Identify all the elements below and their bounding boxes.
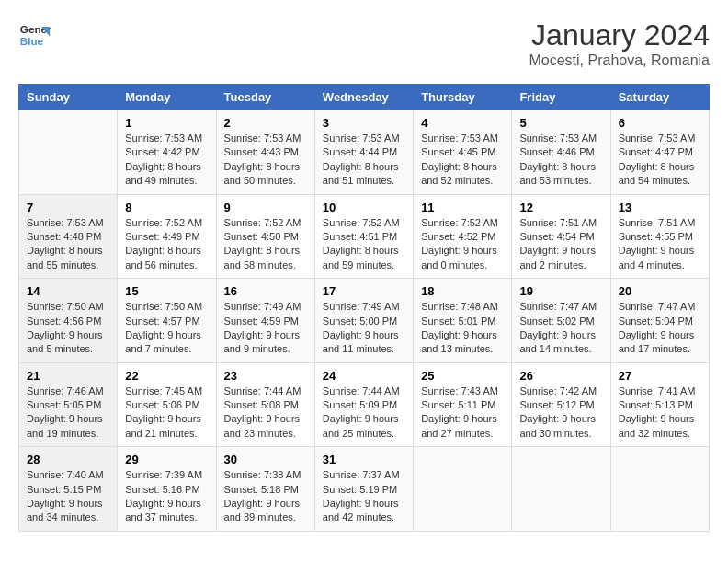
day-cell: 5Sunrise: 7:53 AMSunset: 4:46 PMDaylight… — [512, 110, 610, 195]
day-info: Sunrise: 7:46 AMSunset: 5:05 PMDaylight:… — [27, 385, 109, 442]
day-number: 23 — [224, 369, 307, 383]
day-number: 11 — [421, 201, 504, 214]
day-number: 10 — [323, 201, 405, 214]
day-number: 25 — [421, 369, 504, 383]
day-number: 14 — [27, 284, 109, 298]
day-cell: 3Sunrise: 7:53 AMSunset: 4:44 PMDaylight… — [314, 110, 413, 195]
day-info: Sunrise: 7:44 AMSunset: 5:08 PMDaylight:… — [224, 385, 307, 442]
day-number: 3 — [323, 116, 405, 130]
day-cell: 21Sunrise: 7:46 AMSunset: 5:05 PMDayligh… — [19, 362, 118, 447]
day-info: Sunrise: 7:52 AMSunset: 4:50 PMDaylight:… — [224, 216, 307, 273]
day-cell: 17Sunrise: 7:49 AMSunset: 5:00 PMDayligh… — [314, 279, 413, 363]
day-info: Sunrise: 7:50 AMSunset: 4:56 PMDaylight:… — [27, 300, 109, 357]
day-number: 26 — [519, 369, 602, 383]
day-cell: 23Sunrise: 7:44 AMSunset: 5:08 PMDayligh… — [216, 362, 314, 447]
day-number: 30 — [224, 453, 307, 466]
day-cell: 18Sunrise: 7:48 AMSunset: 5:01 PMDayligh… — [414, 279, 512, 363]
day-info: Sunrise: 7:51 AMSunset: 4:55 PMDaylight:… — [619, 216, 701, 273]
day-number: 17 — [323, 284, 405, 298]
col-header-thursday: Thursday — [414, 85, 512, 110]
day-number: 19 — [519, 284, 602, 298]
day-cell: 12Sunrise: 7:51 AMSunset: 4:54 PMDayligh… — [512, 194, 610, 279]
day-info: Sunrise: 7:43 AMSunset: 5:11 PMDaylight:… — [421, 385, 504, 442]
day-info: Sunrise: 7:40 AMSunset: 5:15 PMDaylight:… — [27, 468, 109, 525]
day-number: 2 — [224, 116, 307, 130]
day-cell: 28Sunrise: 7:40 AMSunset: 5:15 PMDayligh… — [19, 447, 118, 532]
day-cell — [19, 110, 118, 195]
day-cell: 9Sunrise: 7:52 AMSunset: 4:50 PMDaylight… — [216, 194, 314, 279]
day-info: Sunrise: 7:50 AMSunset: 4:57 PMDaylight:… — [125, 300, 208, 357]
day-number: 31 — [323, 453, 405, 466]
day-number: 8 — [125, 201, 208, 214]
day-info: Sunrise: 7:51 AMSunset: 4:54 PMDaylight:… — [519, 216, 602, 273]
day-cell: 22Sunrise: 7:45 AMSunset: 5:06 PMDayligh… — [118, 362, 216, 447]
page-header: General Blue January 2024 Mocesti, Praho… — [18, 18, 710, 69]
day-info: Sunrise: 7:49 AMSunset: 4:59 PMDaylight:… — [224, 300, 307, 357]
day-number: 15 — [125, 284, 208, 298]
logo: General Blue — [18, 18, 51, 52]
day-info: Sunrise: 7:38 AMSunset: 5:18 PMDaylight:… — [224, 468, 307, 525]
day-info: Sunrise: 7:45 AMSunset: 5:06 PMDaylight:… — [125, 385, 208, 442]
day-number: 5 — [519, 116, 602, 130]
day-cell: 4Sunrise: 7:53 AMSunset: 4:45 PMDaylight… — [414, 110, 512, 195]
day-number: 20 — [619, 284, 701, 298]
day-number: 28 — [27, 453, 109, 466]
day-info: Sunrise: 7:53 AMSunset: 4:43 PMDaylight:… — [224, 132, 307, 189]
day-cell: 14Sunrise: 7:50 AMSunset: 4:56 PMDayligh… — [19, 279, 118, 363]
day-cell — [512, 447, 610, 532]
day-number: 6 — [619, 116, 701, 130]
day-number: 29 — [125, 453, 208, 466]
col-header-sunday: Sunday — [19, 85, 118, 110]
day-info: Sunrise: 7:47 AMSunset: 5:04 PMDaylight:… — [619, 300, 701, 357]
day-cell — [610, 447, 709, 532]
day-cell: 25Sunrise: 7:43 AMSunset: 5:11 PMDayligh… — [414, 362, 512, 447]
week-row-5: 28Sunrise: 7:40 AMSunset: 5:15 PMDayligh… — [19, 447, 710, 532]
day-info: Sunrise: 7:42 AMSunset: 5:12 PMDaylight:… — [519, 385, 602, 442]
header-row: SundayMondayTuesdayWednesdayThursdayFrid… — [19, 85, 710, 110]
week-row-4: 21Sunrise: 7:46 AMSunset: 5:05 PMDayligh… — [19, 362, 710, 447]
day-info: Sunrise: 7:53 AMSunset: 4:48 PMDaylight:… — [27, 216, 109, 273]
logo-icon: General Blue — [18, 18, 51, 52]
week-row-3: 14Sunrise: 7:50 AMSunset: 4:56 PMDayligh… — [19, 279, 710, 363]
day-cell: 1Sunrise: 7:53 AMSunset: 4:42 PMDaylight… — [118, 110, 216, 195]
day-cell: 27Sunrise: 7:41 AMSunset: 5:13 PMDayligh… — [610, 362, 709, 447]
day-info: Sunrise: 7:53 AMSunset: 4:42 PMDaylight:… — [125, 132, 208, 189]
day-number: 16 — [224, 284, 307, 298]
day-number: 24 — [323, 369, 405, 383]
day-number: 18 — [421, 284, 504, 298]
day-cell: 8Sunrise: 7:52 AMSunset: 4:49 PMDaylight… — [118, 194, 216, 279]
day-cell: 30Sunrise: 7:38 AMSunset: 5:18 PMDayligh… — [216, 447, 314, 532]
day-cell: 24Sunrise: 7:44 AMSunset: 5:09 PMDayligh… — [314, 362, 413, 447]
day-info: Sunrise: 7:41 AMSunset: 5:13 PMDaylight:… — [619, 385, 701, 442]
day-cell: 16Sunrise: 7:49 AMSunset: 4:59 PMDayligh… — [216, 279, 314, 363]
day-cell: 7Sunrise: 7:53 AMSunset: 4:48 PMDaylight… — [19, 194, 118, 279]
col-header-monday: Monday — [118, 85, 216, 110]
day-info: Sunrise: 7:47 AMSunset: 5:02 PMDaylight:… — [519, 300, 602, 357]
day-number: 22 — [125, 369, 208, 383]
day-cell: 19Sunrise: 7:47 AMSunset: 5:02 PMDayligh… — [512, 279, 610, 363]
day-info: Sunrise: 7:49 AMSunset: 5:00 PMDaylight:… — [323, 300, 405, 357]
col-header-friday: Friday — [512, 85, 610, 110]
day-cell: 6Sunrise: 7:53 AMSunset: 4:47 PMDaylight… — [610, 110, 709, 195]
day-cell: 29Sunrise: 7:39 AMSunset: 5:16 PMDayligh… — [118, 447, 216, 532]
day-cell: 15Sunrise: 7:50 AMSunset: 4:57 PMDayligh… — [118, 279, 216, 363]
col-header-wednesday: Wednesday — [314, 85, 413, 110]
day-cell: 2Sunrise: 7:53 AMSunset: 4:43 PMDaylight… — [216, 110, 314, 195]
col-header-tuesday: Tuesday — [216, 85, 314, 110]
day-info: Sunrise: 7:52 AMSunset: 4:52 PMDaylight:… — [421, 216, 504, 273]
day-info: Sunrise: 7:37 AMSunset: 5:19 PMDaylight:… — [323, 468, 405, 525]
day-number: 1 — [125, 116, 208, 130]
col-header-saturday: Saturday — [610, 85, 709, 110]
calendar-table: SundayMondayTuesdayWednesdayThursdayFrid… — [18, 84, 710, 532]
day-number: 12 — [519, 201, 602, 214]
week-row-1: 1Sunrise: 7:53 AMSunset: 4:42 PMDaylight… — [19, 110, 710, 195]
day-info: Sunrise: 7:53 AMSunset: 4:45 PMDaylight:… — [421, 132, 504, 189]
day-info: Sunrise: 7:53 AMSunset: 4:46 PMDaylight:… — [519, 132, 602, 189]
day-info: Sunrise: 7:53 AMSunset: 4:47 PMDaylight:… — [619, 132, 701, 189]
day-number: 4 — [421, 116, 504, 130]
week-row-2: 7Sunrise: 7:53 AMSunset: 4:48 PMDaylight… — [19, 194, 710, 279]
title-block: January 2024 Mocesti, Prahova, Romania — [529, 18, 710, 69]
day-number: 27 — [619, 369, 701, 383]
svg-text:Blue: Blue — [20, 35, 44, 47]
day-cell: 31Sunrise: 7:37 AMSunset: 5:19 PMDayligh… — [314, 447, 413, 532]
